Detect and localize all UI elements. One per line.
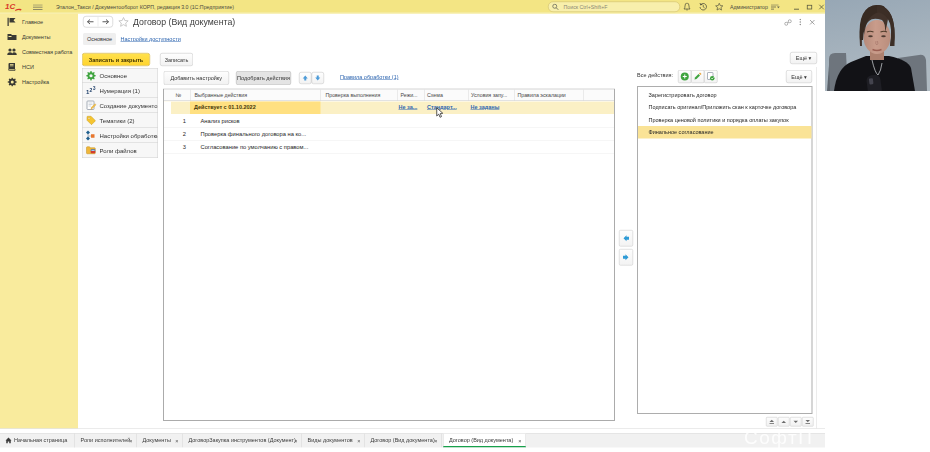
svg-text:3: 3 xyxy=(93,86,96,91)
svg-text:1С: 1С xyxy=(5,2,15,11)
